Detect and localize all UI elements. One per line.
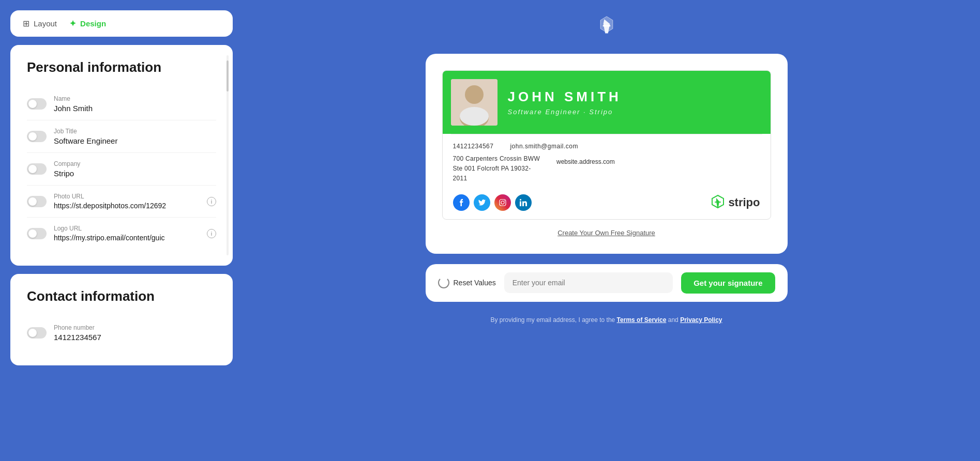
sig-header: JOHN SMITH Software Engineer · Stripo [443, 71, 771, 134]
field-value-photo-url: https://st.depositphotos.com/12692 [54, 202, 200, 210]
get-signature-button[interactable]: Get your signature [681, 272, 775, 294]
stripo-logo-header [594, 16, 620, 43]
terms-link[interactable]: Terms of Service [617, 316, 667, 324]
left-panel: ⊞ Layout ✦ Design Personal information N… [10, 10, 233, 451]
sig-website: website.address.com [556, 158, 615, 184]
sig-address-line1: 700 Carpenters Crossin BWW [453, 155, 540, 162]
sig-address-line3: 2011 [453, 175, 468, 182]
field-value-phone: 14121234567 [54, 333, 216, 342]
sig-email: john.smith@gmail.com [510, 143, 578, 150]
create-link-area: Create Your Own Free Signature [442, 228, 771, 237]
legal-text: By providing my email address, I agree t… [490, 316, 722, 324]
legal-text-prefix: By providing my email address, I agree t… [490, 316, 615, 324]
toggle-jobtitle[interactable] [27, 131, 47, 142]
sig-contact-row: 14121234567 john.smith@gmail.com [453, 143, 760, 150]
svg-rect-7 [520, 201, 521, 206]
field-content-name: Name John Smith [54, 95, 216, 113]
email-input[interactable] [504, 272, 673, 293]
toggle-logo-url[interactable] [27, 228, 47, 239]
signature-container: JOHN SMITH Software Engineer · Stripo 14… [442, 70, 771, 220]
sig-socials [453, 194, 532, 211]
scrollbar-thumb [227, 60, 229, 91]
sig-photo-placeholder [451, 79, 497, 126]
svg-point-3 [460, 107, 489, 126]
signature-preview-card: JOHN SMITH Software Engineer · Stripo 14… [426, 54, 788, 254]
field-label-phone: Phone number [54, 324, 216, 331]
svg-point-6 [504, 200, 505, 201]
toggle-phone[interactable] [27, 327, 47, 339]
sig-body: 14121234567 john.smith@gmail.com 700 Car… [443, 134, 771, 192]
svg-point-5 [501, 201, 504, 204]
social-facebook-icon[interactable] [453, 194, 470, 211]
tab-layout[interactable]: ⊞ Layout [23, 19, 57, 28]
toggle-name[interactable] [27, 98, 47, 110]
svg-point-1 [465, 85, 484, 104]
field-row-photo-url: Photo URL https://st.depositphotos.com/1… [27, 186, 216, 218]
reset-button[interactable]: Reset Values [438, 277, 496, 288]
bottom-bar: Reset Values Get your signature [426, 264, 788, 302]
field-content-logo-url: Logo URL https://my.stripo.email/content… [54, 225, 200, 242]
tab-layout-label: Layout [34, 19, 57, 28]
info-icon-logo-url[interactable]: i [207, 229, 216, 238]
reset-label: Reset Values [454, 279, 496, 287]
layout-icon: ⊞ [23, 19, 29, 28]
social-twitter-icon[interactable] [474, 194, 490, 211]
contact-info-title: Contact information [27, 288, 216, 304]
field-value-logo-url: https://my.stripo.email/content/guic [54, 234, 200, 242]
field-value-company: Stripo [54, 169, 216, 178]
sig-name-area: JOHN SMITH Software Engineer · Stripo [508, 89, 762, 116]
reset-icon [438, 277, 449, 288]
privacy-link[interactable]: Privacy Policy [680, 316, 722, 324]
design-icon: ✦ [69, 19, 76, 28]
field-value-name: John Smith [54, 104, 216, 113]
svg-point-8 [520, 199, 521, 201]
tab-design[interactable]: ✦ Design [69, 19, 106, 28]
field-content-phone: Phone number 14121234567 [54, 324, 216, 342]
field-value-jobtitle: Software Engineer [54, 136, 216, 145]
create-link[interactable]: Create Your Own Free Signature [557, 229, 655, 237]
field-row-phone: Phone number 14121234567 [27, 317, 216, 349]
field-content-photo-url: Photo URL https://st.depositphotos.com/1… [54, 193, 200, 210]
field-label-jobtitle: Job Title [54, 128, 216, 135]
sig-address-line2: Ste 001 Folcroft PA 19032- [453, 165, 531, 172]
field-row-logo-url: Logo URL https://my.stripo.email/content… [27, 218, 216, 249]
sig-jobtitle-company: Software Engineer · Stripo [508, 108, 762, 116]
field-row-company: Company Stripo [27, 153, 216, 186]
toggle-company[interactable] [27, 163, 47, 175]
sig-address: 700 Carpenters Crossin BWW Ste 001 Folcr… [453, 154, 540, 184]
scrollbar-track [227, 55, 229, 255]
field-label-logo-url: Logo URL [54, 225, 200, 232]
sig-phone: 14121234567 [453, 143, 494, 150]
svg-rect-4 [500, 199, 506, 206]
field-row-name: Name John Smith [27, 88, 216, 120]
personal-info-card: Personal information Name John Smith Job… [10, 45, 233, 266]
field-content-company: Company Stripo [54, 160, 216, 178]
field-label-photo-url: Photo URL [54, 193, 200, 200]
sig-brand-logo: stripo [711, 195, 760, 210]
sig-brand-name: stripo [728, 196, 760, 209]
sig-footer: stripo [443, 192, 771, 219]
social-linkedin-icon[interactable] [515, 194, 532, 211]
sig-photo [451, 79, 497, 126]
tab-bar: ⊞ Layout ✦ Design [10, 10, 233, 37]
field-row-jobtitle: Job Title Software Engineer [27, 120, 216, 153]
social-instagram-icon[interactable] [494, 194, 511, 211]
sig-fullname: JOHN SMITH [508, 89, 762, 105]
field-label-company: Company [54, 160, 216, 167]
contact-info-card: Contact information Phone number 1412123… [10, 274, 233, 365]
toggle-photo-url[interactable] [27, 196, 47, 207]
info-icon-photo-url[interactable]: i [207, 197, 216, 206]
right-panel: JOHN SMITH Software Engineer · Stripo 14… [243, 10, 970, 451]
personal-info-title: Personal information [27, 59, 216, 75]
field-content-jobtitle: Job Title Software Engineer [54, 128, 216, 145]
tab-design-label: Design [80, 19, 106, 28]
field-label-name: Name [54, 95, 216, 102]
sig-contact-col: 14121234567 john.smith@gmail.com 700 Car… [453, 143, 760, 184]
legal-and: and [668, 316, 679, 324]
